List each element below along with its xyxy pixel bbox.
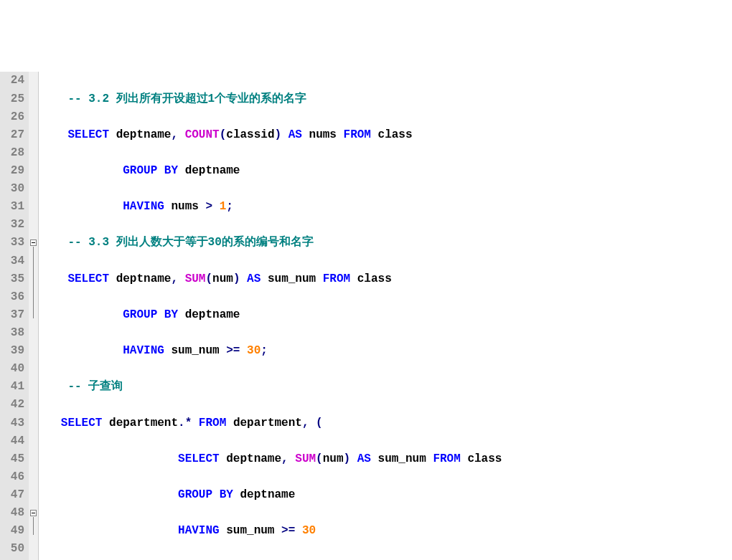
code-line[interactable]: -- 3.3 列出人数大于等于30的系的编号和名字 xyxy=(40,234,502,252)
code-line[interactable]: GROUP BY deptname xyxy=(40,486,502,504)
function: COUNT xyxy=(185,128,220,141)
fold-margin[interactable] xyxy=(29,72,39,560)
code-line[interactable]: SELECT department.* FROM department, ( xyxy=(40,414,502,432)
code-line[interactable]: -- 3.2 列出所有开设超过1个专业的系的名字 xyxy=(40,90,502,108)
code-line[interactable]: HAVING sum_num >= 30 xyxy=(40,522,502,540)
identifier: deptname xyxy=(116,128,172,141)
code-editor[interactable]: 24 25 26 27 28 29 30 31 32 33 34 35 36 3… xyxy=(0,72,732,560)
fold-minus-icon[interactable] xyxy=(30,510,37,516)
fold-line xyxy=(33,247,34,318)
line-number-gutter: 24 25 26 27 28 29 30 31 32 33 34 35 36 3… xyxy=(0,72,29,560)
code-line[interactable]: SELECT deptname, COUNT(classid) AS nums … xyxy=(40,126,502,144)
code-line[interactable]: SELECT deptname, SUM(num) AS sum_num FRO… xyxy=(40,270,502,288)
number: 1 xyxy=(220,200,227,213)
fold-line xyxy=(33,517,34,535)
comment: -- 3.3 列出人数大于等于30的系的编号和名字 xyxy=(67,236,313,249)
code-line[interactable]: HAVING sum_num >= 30; xyxy=(40,342,502,360)
fold-minus-icon[interactable] xyxy=(30,239,37,246)
comment: -- 子查询 xyxy=(67,380,123,393)
code-line[interactable]: GROUP BY deptname xyxy=(40,162,502,180)
code-line[interactable]: HAVING nums > 1; xyxy=(40,198,502,216)
code-line[interactable]: SELECT deptname, SUM(num) AS sum_num FRO… xyxy=(40,450,502,468)
code-area[interactable]: -- 3.2 列出所有开设超过1个专业的系的名字 SELECT deptname… xyxy=(39,72,502,560)
keyword: SELECT xyxy=(67,128,109,141)
code-line[interactable]: -- 子查询 xyxy=(40,378,502,396)
comment: -- 3.2 列出所有开设超过1个专业的系的名字 xyxy=(67,92,306,105)
code-line[interactable]: GROUP BY deptname xyxy=(40,306,502,324)
